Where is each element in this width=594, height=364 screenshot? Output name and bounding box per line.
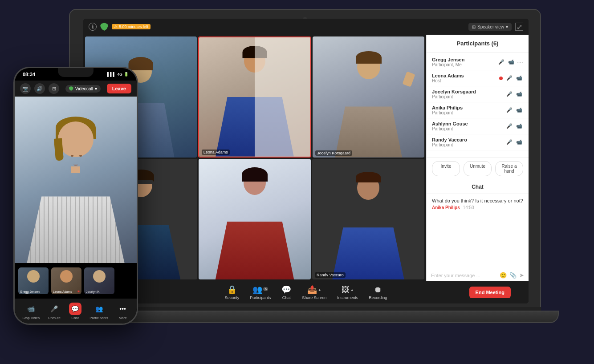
unmute-icon: 🎤 <box>48 303 61 315</box>
video-icon-randy: 📹 <box>515 138 523 146</box>
send-icon[interactable]: ➤ <box>519 272 524 279</box>
mic-muted-icon-jocelyn: 🎤 <box>505 90 513 98</box>
thumb-mic-icon: ■ <box>77 289 80 293</box>
recording-icon: ⏺ <box>374 285 382 295</box>
toolbar-recording[interactable]: ⏺ Recording <box>369 285 387 300</box>
participant-info-ashlynn: Ashlynn Gouse Participant <box>432 121 505 131</box>
phone-thumb-label-gregg: Gregg Jensen <box>20 290 40 293</box>
phone-status-icons: ▌▌▌ 4G 🔋 <box>107 72 129 77</box>
participant-gregg: Gregg Jensen Participant, Me 🎤 📹 ⋯ <box>427 54 529 70</box>
participant-name-anika: Anika Philips <box>432 105 505 110</box>
video-icon-jocelyn: 📹 <box>515 90 523 98</box>
security-icon: 🔒 <box>227 285 237 295</box>
phone-time: 08:34 <box>23 72 35 77</box>
chat-message-meta: Anika Philips 14:50 <box>432 205 523 210</box>
main-content: Leona Adams <box>83 35 529 281</box>
instruments-icon: 🖼 <box>342 285 350 295</box>
participant-name-leona: Leona Adams <box>432 73 499 78</box>
phone-participants[interactable]: 👥 Participants <box>90 303 108 320</box>
speaker-view-button[interactable]: ⊞ Speaker view ▾ <box>468 23 512 31</box>
toolbar-security[interactable]: 🔒 Security <box>225 285 240 300</box>
fullscreen-button[interactable]: ⤢ <box>515 23 523 31</box>
video-cell-2: Leona Adams <box>198 36 312 158</box>
more-options-icon[interactable]: ⋯ <box>517 59 523 66</box>
participants-badge: 6 <box>263 287 268 291</box>
toolbar-instruments[interactable]: 🖼 ▲ Instruments <box>337 285 358 300</box>
share-screen-icon: 📤 <box>307 285 317 295</box>
phone-thumbnails: Gregg Jensen Leona Adams ■ Jocelyn K. <box>15 263 137 299</box>
network-type: 4G <box>117 72 122 77</box>
chat-label-phone: Chat <box>71 316 79 320</box>
phone-more[interactable]: ••• More <box>117 303 129 320</box>
participant-controls-randy: 🎤 📹 <box>505 138 523 146</box>
participant-role-randy: Participant <box>432 142 505 147</box>
video-label-randy: Randy Vaccaro <box>315 272 346 278</box>
chat-message-text: What do you think? Is it necessary or no… <box>432 198 523 204</box>
unmute-button[interactable]: Unmute <box>464 161 492 176</box>
chat-header: Chat <box>427 180 529 194</box>
shield-small-icon <box>69 86 73 91</box>
emoji-icon[interactable]: 🙂 <box>500 272 507 279</box>
end-meeting-button[interactable]: End Meeting <box>469 287 511 298</box>
leave-button[interactable]: Leave <box>107 84 131 93</box>
participants-icon: 👥 <box>252 285 262 295</box>
laptop-screen: ℹ ⚠ 5:00 minutes left ⊞ Speaker view ▾ <box>83 19 529 303</box>
grid-icon-btn[interactable]: ⊞ <box>49 83 59 94</box>
participant-info-gregg: Gregg Jensen Participant, Me <box>432 57 497 67</box>
participant-leona: Leona Adams Host 🎤 📹 <box>427 70 529 86</box>
participants-label: Participants <box>250 295 271 300</box>
camera-icon-btn[interactable]: 📷 <box>20 83 31 94</box>
timer-warning: ⚠ 5:00 minutes left <box>112 24 151 29</box>
video-cell-3: Jocelyn Korsgaard <box>313 36 424 158</box>
toolbar-share-screen[interactable]: 📤 ▲ Share Screen <box>302 285 326 300</box>
chat-messages: What do you think? Is it necessary or no… <box>427 194 529 269</box>
phone-chat[interactable]: 💬 Chat <box>69 303 81 320</box>
participant-randy: Randy Vaccaro Participant 🎤 📹 <box>427 134 529 150</box>
phone-unmute[interactable]: 🎤 Unmute <box>48 303 61 320</box>
mic-icon-ashlynn: 🎤 <box>505 122 513 130</box>
video-label-jocelyn: Jocelyn Korsgaard <box>315 150 352 156</box>
phone-person-bg <box>15 97 137 263</box>
participant-anika: Anika Philips Participant 🎤 📹 <box>427 102 529 118</box>
recording-dot <box>499 77 503 80</box>
phone-thumb-jocelyn: Jocelyn K. <box>84 267 114 294</box>
participants-icon-phone: 👥 <box>93 303 105 315</box>
participant-role-gregg: Participant, Me <box>432 62 497 67</box>
phone-bottom-bar: 📹 Stop Video 🎤 Unmute 💬 Chat 👥 Participa… <box>15 299 137 324</box>
laptop: ℹ ⚠ 5:00 minutes left ⊞ Speaker view ▾ <box>69 9 541 347</box>
bottom-toolbar: 🔒 Security 👥 6 Participants 💬 Chat <box>83 281 529 303</box>
participant-controls-ashlynn: 🎤 📹 <box>505 122 523 130</box>
phone-stop-video[interactable]: 📹 Stop Video <box>22 303 40 320</box>
phone-notch <box>58 68 94 77</box>
instruments-caret-icon: ▲ <box>350 288 354 292</box>
mic-muted-icon-anika: 🎤 <box>505 106 513 114</box>
participant-info-randy: Randy Vaccaro Participant <box>432 137 505 147</box>
info-button[interactable]: ℹ <box>89 23 97 31</box>
phone-screen: 08:34 ▌▌▌ 4G 🔋 📷 🔊 ⊞ Videocall ▾ <box>15 68 137 324</box>
toolbar-participants[interactable]: 👥 6 Participants <box>250 285 271 300</box>
top-bar-right: ⊞ Speaker view ▾ ⤢ <box>468 23 523 31</box>
raise-hand-button[interactable]: Raise a hand <box>495 161 523 176</box>
chat-input-area[interactable]: 🙂 📎 ➤ <box>427 269 529 281</box>
phone-thumb-label-jocelyn: Jocelyn K. <box>86 290 100 293</box>
security-label: Security <box>225 295 240 300</box>
toolbar-chat[interactable]: 💬 Chat <box>281 285 291 300</box>
share-screen-label: Share Screen <box>302 295 326 300</box>
participants-sidebar: Participants (6) Gregg Jensen Participan… <box>426 35 529 281</box>
video-cell-6: Randy Vaccaro <box>312 159 424 280</box>
chat-input[interactable] <box>431 273 497 278</box>
laptop-body: ℹ ⚠ 5:00 minutes left ⊞ Speaker view ▾ <box>69 9 541 311</box>
invite-button[interactable]: Invite <box>432 161 460 176</box>
phone-call-icons: 📷 🔊 ⊞ <box>20 83 59 94</box>
participant-name-jocelyn: Jocelyn Korsgaard <box>432 89 505 94</box>
top-bar-left: ℹ ⚠ 5:00 minutes left <box>89 23 151 31</box>
speaker-icon-btn[interactable]: 🔊 <box>34 83 45 94</box>
chat-sender: Anika Philips <box>432 205 460 210</box>
attachment-icon[interactable]: 📎 <box>509 272 517 279</box>
chat-section: Chat What do you think? Is it necessary … <box>427 180 529 281</box>
stop-video-icon: 📹 <box>25 303 37 315</box>
share-caret-icon: ▲ <box>318 288 321 292</box>
instruments-label: Instruments <box>337 295 358 300</box>
chevron-down-icon: ▾ <box>506 24 508 29</box>
phone: 08:34 ▌▌▌ 4G 🔋 📷 🔊 ⊞ Videocall ▾ <box>13 67 138 325</box>
